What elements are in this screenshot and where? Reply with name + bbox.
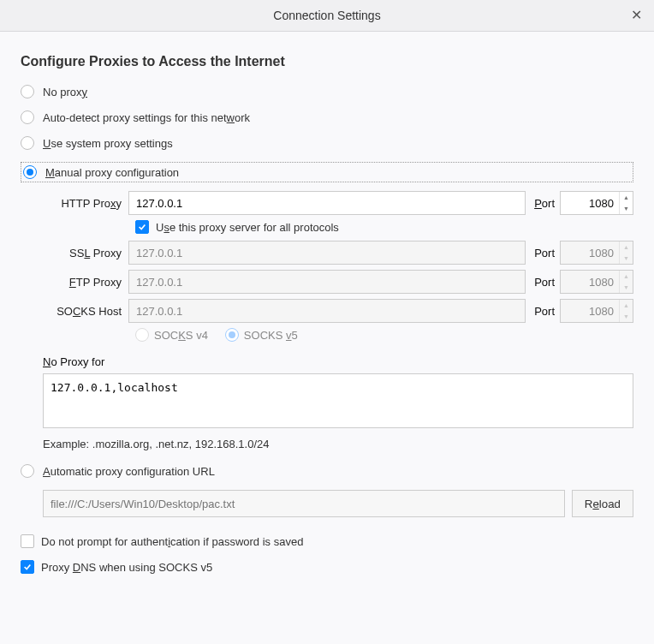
dialog-title: Connection Settings	[0, 9, 654, 22]
spinner-up-icon: ▲	[620, 300, 633, 311]
close-icon[interactable]: ✕	[631, 9, 642, 22]
http-proxy-row: HTTP Proxy Port ▲ ▼	[43, 191, 633, 215]
radio-auto-detect[interactable]: Auto-detect proxy settings for this netw…	[21, 110, 633, 124]
checkbox-label: Do not prompt for authentication if pass…	[41, 535, 303, 548]
ssl-proxy-input	[128, 241, 526, 265]
checkbox-icon[interactable]	[21, 560, 34, 574]
checkbox-icon[interactable]	[21, 534, 34, 548]
radio-label: Auto-detect proxy settings for this netw…	[43, 111, 250, 124]
socks-port-box: ▲▼	[560, 299, 633, 323]
ftp-proxy-row: FTP Proxy Port ▲▼	[43, 270, 633, 294]
proxy-form: HTTP Proxy Port ▲ ▼ Use this proxy serve…	[43, 191, 633, 450]
socks-host-row: SOCKS Host Port ▲▼	[43, 299, 633, 323]
spinner-up-icon: ▲	[620, 271, 633, 282]
checkbox-label: Proxy DNS when using SOCKS v5	[41, 561, 212, 574]
spinner-down-icon[interactable]: ▼	[620, 203, 633, 214]
ssl-proxy-row: SSL Proxy Port ▲▼	[43, 241, 633, 265]
example-hint: Example: .mozilla.org, .net.nz, 192.168.…	[43, 438, 633, 450]
port-label: Port	[526, 305, 560, 318]
ftp-port-box: ▲▼	[560, 270, 633, 294]
radio-label: Use system proxy settings	[43, 137, 173, 150]
ssl-proxy-label: SSL Proxy	[43, 247, 128, 259]
radio-label: Manual proxy configuration	[45, 166, 179, 179]
no-proxy-for-label: No Proxy for	[43, 355, 633, 368]
radio-auto-config-url[interactable]: Automatic proxy configuration URL	[21, 464, 633, 478]
use-all-protocols-row[interactable]: Use this proxy server for all protocols	[135, 220, 633, 234]
reload-button[interactable]: Reload	[572, 490, 633, 517]
ftp-proxy-input	[128, 270, 526, 294]
radio-no-proxy[interactable]: No proxy	[21, 85, 633, 98]
socks-host-input	[128, 299, 526, 323]
pac-row: Reload	[43, 490, 633, 517]
http-proxy-label: HTTP Proxy	[43, 197, 128, 210]
ftp-port-input	[561, 276, 619, 289]
radio-icon[interactable]	[21, 464, 34, 478]
radio-label: No proxy	[43, 86, 87, 98]
http-port-input[interactable]	[561, 197, 619, 210]
ssl-port-box: ▲▼	[560, 241, 633, 265]
radio-icon[interactable]	[225, 328, 239, 342]
spinner-up-icon[interactable]: ▲	[620, 192, 633, 203]
port-label: Port	[526, 197, 560, 210]
socks-v4-label: SOCKS v4	[154, 329, 208, 342]
spinner-down-icon: ▼	[620, 253, 633, 264]
section-title: Configure Proxies to Access the Internet	[21, 54, 633, 69]
radio-manual-proxy[interactable]: Manual proxy configuration	[21, 162, 633, 182]
radio-icon[interactable]	[23, 165, 37, 179]
no-proxy-textarea[interactable]: 127.0.0.1,localhost	[43, 373, 633, 428]
radio-icon[interactable]	[21, 136, 34, 150]
socks-v5-label: SOCKS v5	[244, 329, 298, 342]
socks-port-input	[561, 305, 619, 318]
spinner-down-icon: ▼	[620, 282, 633, 293]
proxy-dns-row[interactable]: Proxy DNS when using SOCKS v5	[21, 560, 633, 574]
pac-url-input	[43, 490, 565, 517]
dialog-header: Connection Settings ✕	[0, 0, 654, 32]
spinner-down-icon: ▼	[620, 311, 633, 322]
radio-label: Automatic proxy configuration URL	[43, 465, 215, 478]
port-label: Port	[526, 247, 560, 259]
checkbox-icon[interactable]	[135, 220, 149, 234]
no-prompt-auth-row[interactable]: Do not prompt for authentication if pass…	[21, 534, 633, 548]
socks-host-label: SOCKS Host	[43, 305, 128, 318]
ftp-proxy-label: FTP Proxy	[43, 276, 128, 289]
spinner-up-icon: ▲	[620, 242, 633, 253]
radio-icon[interactable]	[21, 110, 34, 124]
checkbox-label: Use this proxy server for all protocols	[156, 221, 339, 234]
http-proxy-input[interactable]	[128, 191, 526, 215]
socks-version-row: SOCKS v4 SOCKS v5	[135, 328, 633, 342]
radio-use-system[interactable]: Use system proxy settings	[21, 136, 633, 150]
http-port-box: ▲ ▼	[560, 191, 633, 215]
radio-icon[interactable]	[21, 85, 34, 98]
ssl-port-input	[561, 247, 619, 259]
port-label: Port	[526, 276, 560, 289]
radio-icon[interactable]	[135, 328, 149, 342]
